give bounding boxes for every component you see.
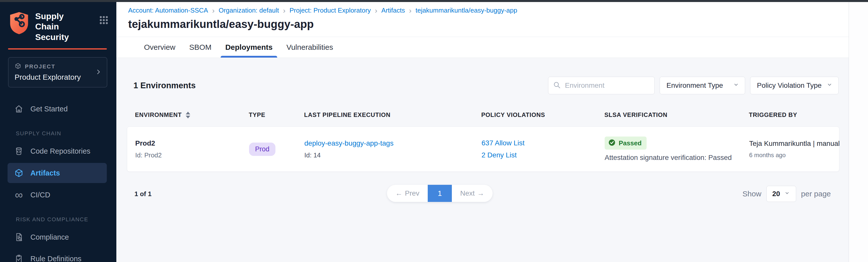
arrow-left-icon: ← (395, 189, 402, 197)
column-header-environment[interactable]: ENVIRONMENT (135, 111, 249, 118)
cell-slsa-verification: Passed Attestation signature verificatio… (604, 137, 749, 162)
pagination: 1 of 1 ← Prev 1 Next → Show 20 (127, 185, 839, 203)
breadcrumb-project[interactable]: Project: Product Exploratory (289, 6, 371, 14)
breadcrumb-artifacts[interactable]: Artifacts (381, 6, 405, 14)
column-header-last-pipeline-execution: LAST PIPELINE EXECUTION (304, 111, 481, 118)
window-top-strip (0, 0, 868, 2)
project-label: PROJECT (25, 63, 55, 70)
app-title: Supply Chain Security (35, 11, 89, 42)
brand-accent-divider (8, 48, 107, 50)
supply-chain-security-logo-icon (8, 11, 30, 36)
pager: ← Prev 1 Next → (387, 185, 493, 202)
sidebar-section-risk-and-compliance: RISK AND COMPLIANCE (0, 206, 116, 226)
cube-icon (14, 168, 24, 178)
breadcrumb-organization[interactable]: Organization: default (219, 6, 279, 14)
per-page-label: per page (801, 190, 831, 198)
app-window: Supply Chain Security PROJECT Product (0, 0, 868, 262)
pipeline-link[interactable]: deploy-easy-buggy-app-tags (304, 139, 482, 147)
policy-violation-type-filter[interactable]: Policy Violation Type (750, 77, 839, 94)
cell-type: Prod (249, 143, 304, 156)
cell-pipeline: deploy-easy-buggy-app-tags Id: 14 (304, 139, 482, 159)
sidebar-item-label: Code Repositories (30, 147, 90, 155)
breadcrumb-account[interactable]: Account: Automation-SSCA (128, 6, 208, 14)
environment-type-badge: Prod (249, 143, 275, 156)
sidebar-header: Supply Chain Security (0, 2, 116, 42)
cell-environment: Prod2 Id: Prod2 (135, 139, 249, 159)
page-summary: 1 of 1 (134, 190, 152, 198)
per-page-value: 20 (772, 190, 780, 198)
environment-id: Id: Prod2 (135, 151, 249, 159)
sidebar-item-cicd[interactable]: ∞ CI/CD (0, 184, 116, 206)
sidebar-item-label: Rule Definitions (30, 255, 82, 262)
breadcrumb-artifact-name[interactable]: tejakummarikuntla/easy-buggy-app (416, 6, 518, 14)
environment-type-filter-label: Environment Type (666, 82, 723, 89)
arrow-right-icon: → (477, 189, 484, 197)
column-header-policy-violations: POLICY VIOLATIONS (481, 111, 604, 118)
cell-policy-violations: 637 Allow List 2 Deny List (482, 139, 604, 159)
right-gutter (849, 2, 868, 262)
per-page-group: Show 20 per page (743, 186, 831, 202)
column-header-slsa-verification: SLSA VERIFICATION (604, 111, 749, 118)
sidebar: Supply Chain Security PROJECT Product (0, 2, 116, 262)
project-selector[interactable]: PROJECT Product Exploratory (8, 57, 107, 87)
sidebar-section-supply-chain: SUPPLY CHAIN (0, 120, 116, 140)
check-circle-icon (608, 139, 616, 147)
filters-row: 1 Environments Environment Type (133, 77, 839, 94)
column-header-type: TYPE (249, 111, 304, 118)
environments-count-heading: 1 Environments (133, 81, 196, 90)
infinity-icon: ∞ (14, 190, 24, 200)
sidebar-item-label: Compliance (30, 233, 69, 241)
chevron-right-icon (95, 68, 102, 77)
cell-triggered-by: Teja Kummarikuntla | manual 6 months ago (749, 140, 840, 159)
deployments-content: 1 Environments Environment Type (116, 58, 849, 262)
environments-table: ENVIRONMENT TYPE LAST PIPELINE EXECUTION… (127, 111, 839, 172)
environment-type-filter[interactable]: Environment Type (660, 77, 745, 94)
slsa-status-text: Passed (619, 139, 642, 147)
tab-bar: Overview SBOM Deployments Vulnerabilitie… (116, 37, 849, 58)
tab-overview[interactable]: Overview (140, 37, 180, 58)
project-name: Product Exploratory (14, 73, 92, 82)
sidebar-item-rule-definitions[interactable]: Rule Definitions (0, 248, 116, 262)
module-grid-icon[interactable] (99, 15, 109, 26)
policy-violation-type-filter-label: Policy Violation Type (757, 82, 822, 89)
doc-search-icon (14, 232, 24, 242)
main-panel: Account: Automation-SSCA › Organization:… (116, 2, 849, 262)
per-page-select[interactable]: 20 (767, 186, 796, 202)
home-icon (14, 104, 24, 114)
project-cube-icon (14, 63, 21, 70)
breadcrumb-separator: › (283, 7, 285, 14)
environment-name: Prod2 (135, 139, 249, 147)
breadcrumb: Account: Automation-SSCA › Organization:… (116, 2, 849, 14)
page-number-button[interactable]: 1 (428, 185, 452, 202)
chevron-down-icon (784, 190, 790, 198)
table-row[interactable]: Prod2 Id: Prod2 Prod deploy-easy-buggy-a… (127, 126, 839, 172)
triggered-by-name: Teja Kummarikuntla | manual (749, 140, 840, 148)
show-label: Show (743, 190, 762, 198)
triggered-by-time: 6 months ago (749, 152, 840, 159)
tab-deployments[interactable]: Deployments (221, 37, 277, 58)
sidebar-item-compliance[interactable]: Compliance (0, 226, 116, 248)
slsa-detail: Attestation signature verification: Pass… (604, 154, 749, 162)
tab-vulnerabilities[interactable]: Vulnerabilities (282, 37, 338, 58)
sidebar-item-label: Artifacts (30, 169, 60, 177)
tab-sbom[interactable]: SBOM (185, 37, 216, 58)
sidebar-item-code-repositories[interactable]: Code Repositories (0, 140, 116, 162)
search-icon (553, 81, 561, 90)
sort-icon[interactable] (186, 112, 190, 118)
sidebar-item-label: Get Started (30, 105, 68, 113)
next-page-button[interactable]: Next → (452, 185, 493, 202)
slsa-status-badge: Passed (604, 137, 647, 150)
deny-list-link[interactable]: 2 Deny List (482, 151, 604, 159)
allow-list-link[interactable]: 637 Allow List (482, 139, 604, 147)
column-header-triggered-by: TRIGGERED BY (749, 111, 839, 118)
chevron-down-icon (826, 82, 833, 90)
breadcrumb-separator: › (409, 7, 412, 14)
sidebar-item-get-started[interactable]: Get Started (0, 98, 116, 120)
prev-page-button[interactable]: ← Prev (387, 185, 428, 202)
table-header-row: ENVIRONMENT TYPE LAST PIPELINE EXECUTION… (127, 111, 839, 118)
environment-search-input[interactable] (564, 81, 650, 90)
code-repo-icon (14, 146, 24, 156)
sidebar-nav: Get Started SUPPLY CHAIN Code Repositori… (0, 98, 116, 262)
sidebar-item-artifacts[interactable]: Artifacts (7, 163, 107, 183)
sidebar-item-label: CI/CD (30, 191, 50, 199)
